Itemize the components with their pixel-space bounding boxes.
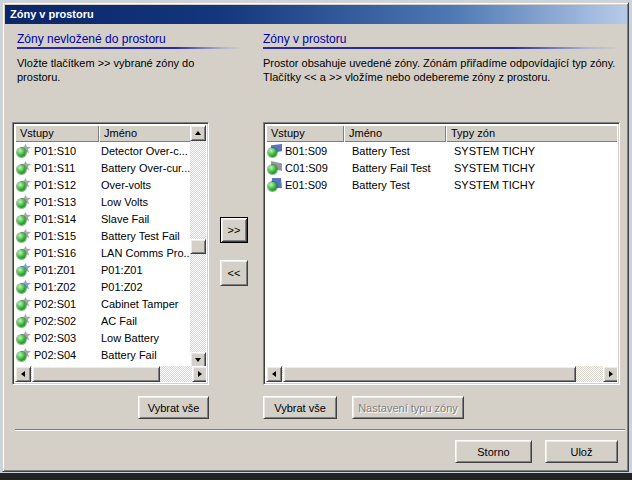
- cell: P02:S04: [34, 349, 101, 361]
- right-heading-rule: [263, 47, 620, 49]
- table-row[interactable]: P02:S01Cabinet Tamper: [15, 295, 192, 312]
- cell: SYSTEM TICHY: [454, 179, 617, 191]
- scroll-left-button[interactable]: [15, 366, 31, 382]
- column-header-jmeno[interactable]: Jméno: [344, 125, 446, 142]
- select-all-right-button[interactable]: Vybrat vše: [263, 396, 337, 419]
- right-arrow-icon: [198, 371, 202, 377]
- table-row[interactable]: P02:S03Low Battery: [15, 329, 192, 346]
- cell: Battery Fail: [101, 349, 192, 361]
- table-row[interactable]: P01:S15Battery Test Fail: [15, 227, 192, 244]
- zone-type-settings-button[interactable]: Nastavení typu zóny: [352, 396, 464, 419]
- zone-icon: [268, 161, 283, 174]
- column-header-typy-zon[interactable]: Typy zón: [446, 125, 617, 142]
- up-arrow-icon: [195, 131, 201, 135]
- cell: E01:S09: [285, 179, 352, 191]
- left-panel-description: Vložte tlačítkem >> vybrané zóny do pros…: [17, 56, 215, 84]
- remove-zones-button[interactable]: <<: [220, 260, 248, 286]
- table-row[interactable]: P02:S02AC Fail: [15, 312, 192, 329]
- available-zones-rows: P01:S10Detector Over-c... P01:S11Battery…: [15, 142, 192, 368]
- cancel-button[interactable]: Storno: [455, 440, 532, 463]
- left-panel-heading: Zóny nevložené do prostoru: [17, 32, 166, 46]
- cell: B01:S09: [285, 145, 352, 157]
- cell: P01:Z01: [101, 264, 192, 276]
- table-row[interactable]: P01:S14Slave Fail: [15, 210, 192, 227]
- right-description-line1: Prostor obsahuje uvedené zóny. Zónám při…: [263, 56, 629, 70]
- background-strip: [0, 473, 632, 480]
- table-row[interactable]: P01:S12Over-volts: [15, 176, 192, 193]
- cell: Battery Fail Test: [352, 162, 454, 174]
- table-row[interactable]: E01:S09Battery TestSYSTEM TICHY: [266, 176, 617, 193]
- horizontal-scrollbar[interactable]: [15, 366, 206, 382]
- table-row[interactable]: P01:S11Battery Over-cur...: [15, 159, 192, 176]
- cell: Slave Fail: [101, 213, 192, 225]
- cell: P01:Z02: [101, 281, 192, 293]
- table-row[interactable]: P01:Z02P01:Z02: [15, 278, 192, 295]
- cell: P01:S14: [34, 213, 101, 225]
- left-arrow-icon: [272, 371, 276, 377]
- scroll-right-button[interactable]: [603, 366, 617, 382]
- scroll-left-button[interactable]: [266, 366, 282, 382]
- cell: LAN Comms Pro...: [101, 247, 192, 259]
- horizontal-scrollbar[interactable]: [266, 366, 617, 382]
- cell: Detector Over-c...: [101, 145, 192, 157]
- zone-icon: [17, 280, 32, 293]
- add-zones-button[interactable]: >>: [220, 217, 248, 243]
- column-header-vstupy[interactable]: Vstupy: [266, 125, 344, 142]
- cell: C01:S09: [285, 162, 352, 174]
- zone-icon: [17, 246, 32, 259]
- cell: Battery Over-cur...: [101, 162, 192, 174]
- assigned-zones-list-inner: Vstupy Jméno Typy zón B01:S09Battery Tes…: [266, 125, 617, 382]
- available-zones-header: Vstupy Jméno: [15, 125, 192, 142]
- cell: Over-volts: [101, 179, 192, 191]
- vertical-scroll-thumb[interactable]: [190, 239, 206, 254]
- cell: P02:S02: [34, 315, 101, 327]
- zone-icon: [17, 314, 32, 327]
- table-row[interactable]: P01:S10Detector Over-c...: [15, 142, 192, 159]
- table-row[interactable]: P01:S16LAN Comms Pro...: [15, 244, 192, 261]
- zone-icon: [17, 144, 32, 157]
- right-panel-description: Prostor obsahuje uvedené zóny. Zónám při…: [263, 56, 629, 84]
- cell: P02:S03: [34, 332, 101, 344]
- left-heading-rule: [17, 47, 243, 49]
- cell: Cabinet Tamper: [101, 298, 192, 310]
- cell: P01:Z01: [34, 264, 101, 276]
- cell: SYSTEM TICHY: [454, 162, 617, 174]
- horizontal-scroll-thumb[interactable]: [283, 366, 576, 382]
- column-header-jmeno[interactable]: Jméno: [99, 125, 192, 142]
- cell: Low Volts: [101, 196, 192, 208]
- select-all-left-button[interactable]: Vybrat vše: [138, 396, 209, 419]
- cell: Battery Test: [352, 145, 454, 157]
- available-zones-list-inner: Vstupy Jméno P01:S10Detector Over-c... P…: [15, 125, 206, 382]
- column-header-vstupy[interactable]: Vstupy: [15, 125, 99, 142]
- cell: P01:Z02: [34, 281, 101, 293]
- vertical-scrollbar[interactable]: [190, 125, 206, 368]
- left-arrow-icon: [21, 371, 25, 377]
- cell: Battery Test: [352, 179, 454, 191]
- zone-icon: [268, 144, 283, 157]
- down-arrow-icon: [195, 358, 201, 362]
- cell: Battery Test Fail: [101, 230, 192, 242]
- zone-icon: [17, 195, 32, 208]
- table-row[interactable]: C01:S09Battery Fail TestSYSTEM TICHY: [266, 159, 617, 176]
- assigned-zones-rows: B01:S09Battery TestSYSTEM TICHY C01:S09B…: [266, 142, 617, 368]
- cell: P01:S16: [34, 247, 101, 259]
- zone-icon: [17, 229, 32, 242]
- right-description-line2: Tlačítky << a >> vložíme nebo odebereme …: [263, 70, 629, 84]
- zone-icon: [17, 331, 32, 344]
- zone-icon: [17, 178, 32, 191]
- scroll-right-button[interactable]: [192, 366, 206, 382]
- zone-icon: [17, 161, 32, 174]
- dialog-titlebar[interactable]: Zóny v prostoru: [5, 5, 627, 24]
- cell: Low Battery: [101, 332, 192, 344]
- table-row[interactable]: P01:S13Low Volts: [15, 193, 192, 210]
- zone-icon: [17, 348, 32, 361]
- table-row[interactable]: B01:S09Battery TestSYSTEM TICHY: [266, 142, 617, 159]
- zone-icon: [17, 212, 32, 225]
- horizontal-scroll-thumb[interactable]: [32, 366, 160, 382]
- table-row[interactable]: P02:S04Battery Fail: [15, 346, 192, 363]
- assigned-zones-list: Vstupy Jméno Typy zón B01:S09Battery Tes…: [263, 122, 620, 385]
- save-button[interactable]: Ulož: [545, 440, 618, 463]
- table-row[interactable]: P01:Z01P01:Z01: [15, 261, 192, 278]
- scroll-up-button[interactable]: [190, 125, 206, 141]
- right-panel-heading: Zóny v prostoru: [263, 32, 346, 46]
